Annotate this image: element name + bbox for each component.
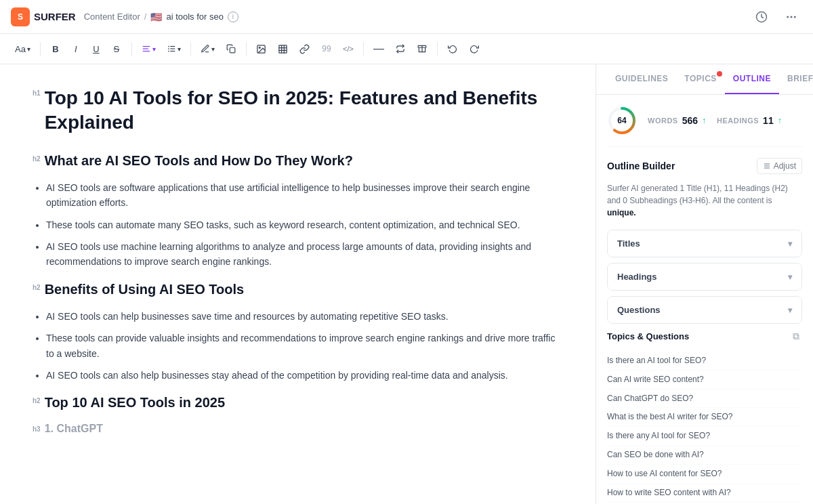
pen-button[interactable]: ▾ [196, 39, 219, 58]
headings-stat: HEADINGS 11 ↑ [717, 115, 782, 126]
question-item[interactable]: Can AI write SEO content? [607, 371, 802, 390]
clock-icon[interactable] [751, 6, 772, 28]
list-button[interactable]: ▾ [163, 39, 185, 58]
breadcrumb-info-icon[interactable]: i [228, 12, 238, 22]
accordion-headings-header[interactable]: Headings ▾ [608, 264, 801, 290]
words-value: 566 [682, 115, 698, 126]
h1-label: h1 [33, 86, 41, 98]
topics-questions-section: Topics & Questions ⧉ [607, 329, 802, 343]
doc-h1-text[interactable]: Top 10 AI Tools for SEO in 2025: Feature… [45, 86, 563, 135]
question-item[interactable]: What is the best AI writer for SEO? [607, 408, 802, 427]
doc-heading-1: h1 Top 10 AI Tools for SEO in 2025: Feat… [33, 86, 563, 135]
doc-list-1: AI SEO tools are software applications t… [46, 180, 563, 270]
svg-rect-5 [143, 48, 148, 49]
question-item[interactable]: How to use AI content for SEO? [607, 465, 802, 484]
tab-guidelines[interactable]: GUIDELINES [607, 64, 676, 94]
list-item: AI SEO tools are software applications t… [46, 180, 563, 211]
accordion-questions-header[interactable]: Questions ▾ [608, 297, 801, 323]
toolbar-sep-1 [40, 42, 41, 56]
question-item[interactable]: Can ChatGPT do SEO? [607, 390, 802, 408]
question-item[interactable]: Is there any AI tool for SEO? [607, 427, 802, 446]
breadcrumb-page: ai tools for seo [166, 12, 224, 22]
link-button[interactable] [295, 39, 314, 58]
doc-h2-text-3[interactable]: Top 10 AI SEO Tools in 2025 [45, 394, 563, 411]
word-count-button[interactable]: 99 [317, 39, 336, 58]
logo-icon: S [11, 7, 30, 26]
editor[interactable]: h1 Top 10 AI Tools for SEO in 2025: Feat… [0, 64, 596, 504]
h2-label-3: h2 [33, 394, 41, 405]
svg-rect-7 [170, 46, 175, 47]
bold-button[interactable]: B [46, 39, 65, 58]
h2-section-3: h2 Top 10 AI SEO Tools in 2025 [33, 394, 563, 411]
svg-rect-9 [170, 51, 175, 51]
outline-desc: Surfer AI generated 1 Title (H1), 11 Hea… [607, 182, 802, 219]
strikethrough-button[interactable]: S [107, 39, 126, 58]
logo[interactable]: S SURFER [11, 7, 76, 26]
svg-point-1 [787, 16, 789, 18]
font-size-button[interactable]: Aa ▾ [11, 39, 35, 58]
list-item: These tools can automate many SEO tasks,… [46, 217, 563, 232]
toolbar-sep-3 [190, 42, 191, 56]
chevron-down-icon-questions: ▾ [788, 306, 792, 315]
accordion-titles: Titles ▾ [607, 230, 802, 257]
underline-button[interactable]: U [87, 39, 106, 58]
tab-topics[interactable]: TOPICS [676, 64, 724, 94]
list-item: AI SEO tools use machine learning algori… [46, 239, 563, 270]
table-button[interactable] [274, 39, 293, 58]
header: S SURFER Content Editor / 🇺🇸 ai tools fo… [0, 0, 813, 34]
tab-brief[interactable]: BRIEF [779, 64, 813, 94]
list-item: These tools can provide valuable insight… [46, 331, 563, 361]
svg-rect-16 [279, 45, 287, 52]
code-button[interactable]: </> [339, 39, 358, 58]
svg-point-11 [168, 48, 169, 49]
text-format-group: B I U S [46, 39, 126, 58]
accordion-headings: Headings ▾ [607, 263, 802, 291]
breadcrumb: Content Editor / 🇺🇸 ai tools for seo i [84, 12, 238, 22]
logo-text: SURFER [34, 11, 76, 22]
h2-label-2: h2 [33, 280, 41, 292]
svg-rect-4 [143, 46, 150, 47]
main-content: h1 Top 10 AI Tools for SEO in 2025: Feat… [0, 64, 813, 504]
redo-button[interactable] [465, 39, 484, 58]
question-item[interactable]: Can SEO be done with AI? [607, 446, 802, 465]
svg-rect-8 [170, 48, 175, 49]
pen-group: ▾ [196, 39, 219, 58]
italic-button[interactable]: I [66, 39, 85, 58]
doc-list-2: AI SEO tools can help businesses save ti… [46, 309, 563, 383]
question-item[interactable]: Is there an AI tool for SEO? [607, 352, 802, 371]
doc-h2-text-2[interactable]: Benefits of Using AI SEO Tools [45, 280, 563, 298]
format-copy-button[interactable] [222, 39, 241, 58]
svg-rect-6 [143, 51, 150, 51]
outline-builder-title: Outline Builder [607, 161, 675, 171]
doc-h3-text-1[interactable]: 1. ChatGPT [45, 422, 563, 436]
special-char-button[interactable] [391, 39, 410, 58]
doc-heading-2-3: h2 Top 10 AI SEO Tools in 2025 [33, 394, 563, 411]
adjust-button[interactable]: Adjust [757, 158, 802, 174]
svg-point-3 [794, 16, 796, 18]
h1-section: h1 Top 10 AI Tools for SEO in 2025: Feat… [33, 86, 563, 135]
image-button[interactable] [252, 39, 271, 58]
undo-button[interactable] [443, 39, 462, 58]
tab-outline[interactable]: OUTLINE [725, 64, 779, 94]
more-options-icon[interactable] [780, 6, 802, 28]
right-panel: GUIDELINES TOPICS OUTLINE BRIEF [596, 64, 813, 504]
words-arrow: ↑ [702, 116, 706, 125]
words-stat: WORDS 566 ↑ [648, 115, 706, 126]
accordion-titles-header[interactable]: Titles ▾ [608, 230, 801, 257]
dash-button[interactable]: — [369, 39, 388, 58]
eraser-button[interactable] [413, 39, 432, 58]
h2-section-1: h2 What are AI SEO Tools and How Do They… [33, 152, 563, 270]
h3-section-1: h3 1. ChatGPT [33, 422, 563, 436]
doc-h2-text-1[interactable]: What are AI SEO Tools and How Do They Wo… [45, 152, 563, 169]
breadcrumb-app[interactable]: Content Editor [84, 12, 140, 22]
align-button[interactable]: ▾ [138, 39, 160, 58]
words-label: WORDS [648, 117, 678, 125]
doc-heading-2-1: h2 What are AI SEO Tools and How Do They… [33, 152, 563, 169]
header-left: S SURFER Content Editor / 🇺🇸 ai tools fo… [11, 7, 238, 26]
question-item[interactable]: How to write SEO content with AI? [607, 484, 802, 503]
panel-tabs: GUIDELINES TOPICS OUTLINE BRIEF [596, 64, 813, 95]
copy-icon[interactable]: ⧉ [790, 329, 802, 343]
chevron-down-icon-headings: ▾ [788, 272, 792, 282]
h3-label-1: h3 [33, 422, 41, 434]
svg-point-10 [168, 46, 169, 47]
